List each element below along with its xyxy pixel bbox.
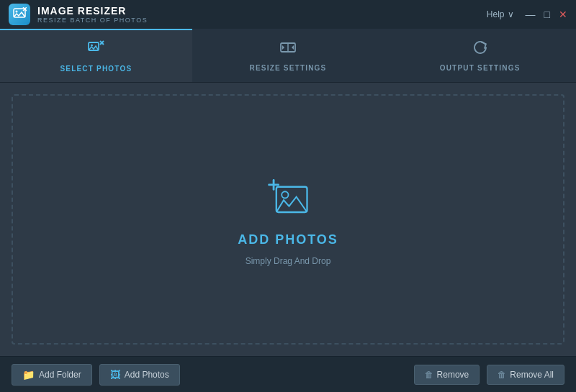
photo-icon: 🖼 [110,369,120,380]
app-title: IMAGE RESIZER [37,5,148,17]
drag-drop-label: Simply Drag And Drop [246,256,331,266]
trash-all-icon: 🗑 [498,370,506,380]
steps-bar: SELECT PHOTOS RESIZE SETTINGS OUTPUT SET… [0,29,576,83]
svg-point-5 [91,45,93,47]
help-button[interactable]: Help ∨ [487,9,514,19]
add-photos-label: ADD PHOTOS [238,232,338,247]
bottom-right-buttons: 🗑 Remove 🗑 Remove All [414,365,564,385]
bottom-toolbar: 📁 Add Folder 🖼 Add Photos 🗑 Remove 🗑 Rem… [0,356,576,392]
minimize-button[interactable]: — [526,9,536,19]
svg-marker-10 [282,45,284,50]
step-resize-settings[interactable]: RESIZE SETTINGS [192,29,384,82]
title-bar-right: Help ∨ — □ ✕ [487,9,567,19]
select-photos-icon [87,40,104,60]
title-bar: IMAGE RESIZER RESIZE BATCH OF PHOTOS Hel… [0,0,576,29]
step-output-settings[interactable]: OUTPUT SETTINGS [384,29,576,82]
bottom-left-buttons: 📁 Add Folder 🖼 Add Photos [12,364,180,386]
close-button[interactable]: ✕ [559,9,567,19]
title-info: IMAGE RESIZER RESIZE BATCH OF PHOTOS [37,5,148,24]
resize-settings-icon [279,39,297,60]
remove-all-button[interactable]: 🗑 Remove All [487,365,564,385]
folder-icon: 📁 [22,369,35,380]
resize-settings-label: RESIZE SETTINGS [250,64,327,72]
select-photos-label: SELECT PHOTOS [60,65,132,73]
app-icon [9,4,30,25]
add-photos-icon [259,173,317,224]
main-content: ADD PHOTOS Simply Drag And Drop [0,83,576,356]
trash-icon: 🗑 [425,370,433,380]
maximize-button[interactable]: □ [544,9,550,19]
svg-point-15 [282,191,288,198]
add-photos-button[interactable]: 🖼 Add Photos [99,364,180,386]
drop-zone[interactable]: ADD PHOTOS Simply Drag And Drop [12,94,564,345]
svg-rect-14 [276,187,307,212]
window-controls: — □ ✕ [526,9,567,19]
output-settings-icon [472,39,489,60]
output-settings-label: OUTPUT SETTINGS [440,64,521,72]
remove-button[interactable]: 🗑 Remove [414,365,480,385]
step-select-photos[interactable]: SELECT PHOTOS [0,29,192,82]
title-bar-left: IMAGE RESIZER RESIZE BATCH OF PHOTOS [9,4,148,25]
svg-marker-11 [292,45,294,50]
svg-point-1 [16,11,18,13]
app-subtitle: RESIZE BATCH OF PHOTOS [37,17,148,24]
add-folder-button[interactable]: 📁 Add Folder [12,364,92,386]
